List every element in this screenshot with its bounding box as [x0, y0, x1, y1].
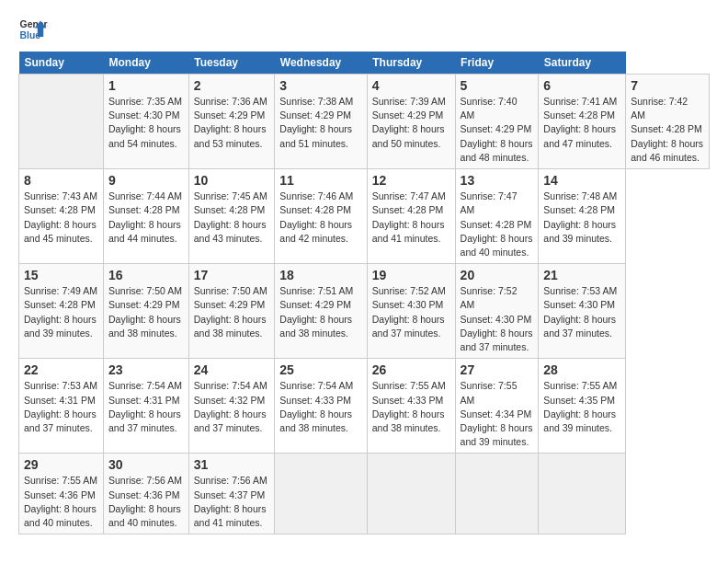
day-number: 3	[279, 78, 361, 93]
day-number: 31	[194, 457, 270, 472]
day-info: Sunrise: 7:49 AMSunset: 4:28 PMDaylight:…	[24, 285, 97, 339]
calendar-week-5: 29 Sunrise: 7:55 AMSunset: 4:36 PMDaylig…	[19, 454, 710, 534]
day-info: Sunrise: 7:53 AMSunset: 4:31 PMDaylight:…	[24, 380, 97, 433]
day-number: 23	[108, 362, 184, 377]
day-info: Sunrise: 7:39 AMSunset: 4:29 PMDaylight:…	[372, 96, 446, 149]
day-info: Sunrise: 7:38 AMSunset: 4:29 PMDaylight:…	[279, 96, 353, 149]
calendar-week-1: 1 Sunrise: 7:35 AMSunset: 4:30 PMDayligh…	[19, 75, 710, 169]
day-info: Sunrise: 7:50 AMSunset: 4:29 PMDaylight:…	[108, 285, 182, 339]
day-info: Sunrise: 7:52 AMSunset: 4:30 PMDaylight:…	[372, 285, 446, 339]
calendar-cell: 30 Sunrise: 7:56 AMSunset: 4:36 PMDaylig…	[103, 454, 188, 534]
calendar-header-row: SundayMondayTuesdayWednesdayThursdayFrid…	[19, 52, 710, 75]
day-header-monday: Monday	[103, 52, 188, 75]
calendar-cell	[539, 454, 626, 534]
page-container: General Blue SundayMondayTuesdayWednesda…	[0, 0, 728, 544]
calendar-table: SundayMondayTuesdayWednesdayThursdayFrid…	[18, 52, 710, 534]
calendar-cell: 27 Sunrise: 7:55 AMSunset: 4:34 PMDaylig…	[455, 359, 539, 454]
day-number: 14	[543, 173, 620, 188]
day-header-wednesday: Wednesday	[275, 52, 367, 75]
day-number: 25	[279, 362, 361, 377]
calendar-cell: 7 Sunrise: 7:42 AMSunset: 4:28 PMDayligh…	[626, 75, 710, 169]
day-number: 6	[543, 78, 620, 93]
day-info: Sunrise: 7:55 AMSunset: 4:34 PMDaylight:…	[461, 380, 533, 447]
calendar-cell: 5 Sunrise: 7:40 AMSunset: 4:29 PMDayligh…	[455, 75, 539, 169]
calendar-cell: 12 Sunrise: 7:47 AMSunset: 4:28 PMDaylig…	[367, 169, 455, 264]
calendar-cell: 29 Sunrise: 7:55 AMSunset: 4:36 PMDaylig…	[19, 454, 104, 534]
day-info: Sunrise: 7:44 AMSunset: 4:28 PMDaylight:…	[108, 190, 182, 244]
calendar-cell: 16 Sunrise: 7:50 AMSunset: 4:29 PMDaylig…	[103, 264, 188, 359]
day-info: Sunrise: 7:45 AMSunset: 4:28 PMDaylight:…	[194, 190, 267, 244]
day-number: 30	[108, 457, 184, 472]
day-header-tuesday: Tuesday	[188, 52, 275, 75]
day-info: Sunrise: 7:47 AMSunset: 4:28 PMDaylight:…	[372, 190, 446, 244]
day-info: Sunrise: 7:46 AMSunset: 4:28 PMDaylight:…	[279, 190, 353, 244]
day-info: Sunrise: 7:36 AMSunset: 4:29 PMDaylight:…	[194, 96, 267, 149]
day-number: 26	[372, 362, 450, 377]
day-number: 28	[543, 362, 620, 377]
day-number: 5	[461, 78, 534, 93]
day-number: 10	[194, 173, 270, 188]
day-number: 24	[194, 362, 270, 377]
calendar-cell: 23 Sunrise: 7:54 AMSunset: 4:31 PMDaylig…	[103, 359, 188, 454]
calendar-cell: 9 Sunrise: 7:44 AMSunset: 4:28 PMDayligh…	[103, 169, 188, 264]
calendar-cell: 4 Sunrise: 7:39 AMSunset: 4:29 PMDayligh…	[367, 75, 455, 169]
day-info: Sunrise: 7:40 AMSunset: 4:29 PMDaylight:…	[461, 96, 533, 163]
calendar-week-2: 8 Sunrise: 7:43 AMSunset: 4:28 PMDayligh…	[19, 169, 710, 264]
calendar-cell: 22 Sunrise: 7:53 AMSunset: 4:31 PMDaylig…	[19, 359, 104, 454]
calendar-cell	[275, 454, 367, 534]
calendar-cell: 2 Sunrise: 7:36 AMSunset: 4:29 PMDayligh…	[188, 75, 275, 169]
header: General Blue	[18, 15, 710, 44]
day-number: 17	[194, 268, 270, 282]
day-number: 12	[372, 173, 450, 188]
calendar-week-3: 15 Sunrise: 7:49 AMSunset: 4:28 PMDaylig…	[19, 264, 710, 359]
calendar-cell	[367, 454, 455, 534]
day-number: 19	[372, 268, 450, 282]
calendar-cell: 15 Sunrise: 7:49 AMSunset: 4:28 PMDaylig…	[19, 264, 104, 359]
calendar-cell: 19 Sunrise: 7:52 AMSunset: 4:30 PMDaylig…	[367, 264, 455, 359]
calendar-cell: 10 Sunrise: 7:45 AMSunset: 4:28 PMDaylig…	[188, 169, 275, 264]
day-header-thursday: Thursday	[367, 52, 455, 75]
day-info: Sunrise: 7:43 AMSunset: 4:28 PMDaylight:…	[24, 190, 97, 244]
calendar-cell: 31 Sunrise: 7:56 AMSunset: 4:37 PMDaylig…	[188, 454, 275, 534]
day-number: 11	[279, 173, 361, 188]
day-number: 18	[279, 268, 361, 282]
calendar-cell: 6 Sunrise: 7:41 AMSunset: 4:28 PMDayligh…	[539, 75, 626, 169]
calendar-cell: 13 Sunrise: 7:47 AMSunset: 4:28 PMDaylig…	[455, 169, 539, 264]
day-info: Sunrise: 7:55 AMSunset: 4:33 PMDaylight:…	[372, 380, 446, 433]
calendar-cell: 3 Sunrise: 7:38 AMSunset: 4:29 PMDayligh…	[275, 75, 367, 169]
calendar-cell: 25 Sunrise: 7:54 AMSunset: 4:33 PMDaylig…	[275, 359, 367, 454]
day-info: Sunrise: 7:55 AMSunset: 4:36 PMDaylight:…	[24, 475, 97, 528]
calendar-cell: 8 Sunrise: 7:43 AMSunset: 4:28 PMDayligh…	[19, 169, 104, 264]
day-info: Sunrise: 7:47 AMSunset: 4:28 PMDaylight:…	[461, 190, 533, 258]
day-info: Sunrise: 7:51 AMSunset: 4:29 PMDaylight:…	[279, 285, 353, 339]
day-number: 22	[24, 362, 98, 377]
day-number: 7	[631, 78, 704, 93]
calendar-cell: 18 Sunrise: 7:51 AMSunset: 4:29 PMDaylig…	[275, 264, 367, 359]
day-header-friday: Friday	[455, 52, 539, 75]
day-header-sunday: Sunday	[19, 52, 104, 75]
day-number: 9	[108, 173, 184, 188]
day-info: Sunrise: 7:56 AMSunset: 4:37 PMDaylight:…	[194, 475, 267, 528]
day-number: 13	[461, 173, 534, 188]
calendar-cell: 20 Sunrise: 7:52 AMSunset: 4:30 PMDaylig…	[455, 264, 539, 359]
day-info: Sunrise: 7:55 AMSunset: 4:35 PMDaylight:…	[543, 380, 617, 433]
day-info: Sunrise: 7:54 AMSunset: 4:31 PMDaylight:…	[108, 380, 182, 433]
day-info: Sunrise: 7:54 AMSunset: 4:33 PMDaylight:…	[279, 380, 353, 433]
day-number: 1	[108, 78, 184, 93]
calendar-cell: 1 Sunrise: 7:35 AMSunset: 4:30 PMDayligh…	[103, 75, 188, 169]
calendar-cell: 14 Sunrise: 7:48 AMSunset: 4:28 PMDaylig…	[539, 169, 626, 264]
calendar-cell: 17 Sunrise: 7:50 AMSunset: 4:29 PMDaylig…	[188, 264, 275, 359]
day-number: 27	[461, 362, 534, 377]
day-info: Sunrise: 7:41 AMSunset: 4:28 PMDaylight:…	[543, 96, 617, 149]
day-info: Sunrise: 7:48 AMSunset: 4:28 PMDaylight:…	[543, 190, 617, 244]
calendar-cell: 26 Sunrise: 7:55 AMSunset: 4:33 PMDaylig…	[367, 359, 455, 454]
day-number: 15	[24, 268, 98, 282]
calendar-cell: 24 Sunrise: 7:54 AMSunset: 4:32 PMDaylig…	[188, 359, 275, 454]
day-info: Sunrise: 7:54 AMSunset: 4:32 PMDaylight:…	[194, 380, 267, 433]
day-info: Sunrise: 7:35 AMSunset: 4:30 PMDaylight:…	[108, 96, 182, 149]
day-number: 16	[108, 268, 184, 282]
day-number: 29	[24, 457, 98, 472]
day-info: Sunrise: 7:52 AMSunset: 4:30 PMDaylight:…	[461, 285, 533, 352]
day-header-saturday: Saturday	[539, 52, 626, 75]
day-number: 21	[543, 268, 620, 282]
